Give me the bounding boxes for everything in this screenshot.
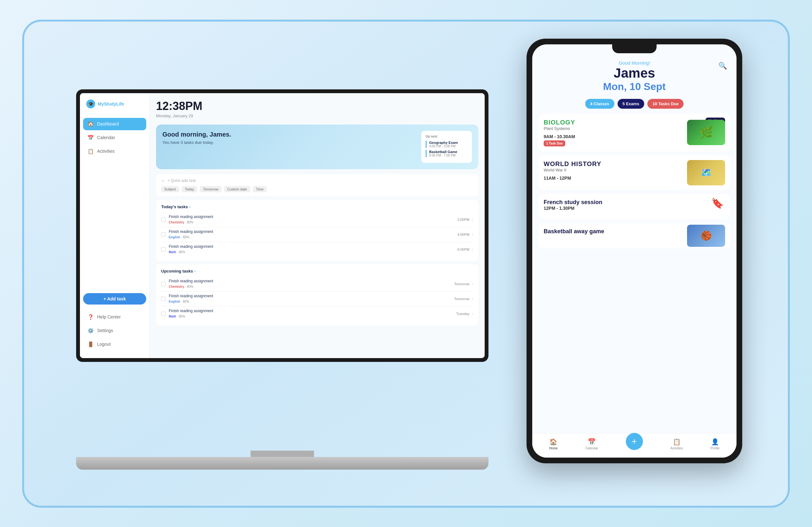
phone-nav-profile[interactable]: 👤 Profile (710, 438, 720, 450)
class-subject-history: WORLD HISTORY (543, 160, 683, 168)
sidebar-activities-label: Activities (97, 149, 115, 154)
task-name-1: Finish reading assignment (169, 214, 458, 219)
class-subject-french: French study session (543, 199, 705, 206)
task-arrow-2[interactable]: › (472, 232, 473, 237)
class-time-biology: 9AM - 10.30AM (543, 134, 683, 139)
sidebar-item-activities[interactable]: 📋 Activities (83, 145, 146, 157)
sidebar-item-settings[interactable]: ⚙️ Settings (83, 325, 146, 337)
class-card-basketball[interactable]: Basketball away game 🏀 (539, 223, 730, 249)
stat-tasks[interactable]: 10 Tasks Due (647, 99, 683, 109)
upcoming-checkbox-1[interactable] (161, 282, 165, 286)
add-task-button[interactable]: + Add task (83, 293, 146, 304)
tag-time[interactable]: Time (253, 186, 267, 192)
phone-name: James (542, 65, 727, 81)
upcoming-arrow-3[interactable]: › (472, 312, 473, 316)
tag-subject[interactable]: Subject (161, 186, 179, 192)
upcoming-progress-1: 80% (187, 285, 193, 288)
search-icon[interactable]: 🔍 (719, 62, 727, 70)
up-next-item-1: Geography Exam 4:00 PM - 5:00 PM (426, 141, 467, 148)
sidebar-logout-label: Logout (97, 342, 111, 347)
table-row: Finish reading assignment Math 80% Tuesd… (161, 306, 473, 321)
class-topic-history: World War II (543, 168, 683, 172)
task-progress-2: 80% (183, 236, 189, 239)
home-icon: 🏠 (88, 121, 94, 127)
laptop-logo: 🎓 MyStudyLife (83, 100, 146, 108)
upcoming-tasks-label: Upcoming tasks (161, 269, 193, 273)
up-next-label: Up next (426, 135, 467, 138)
phone-date: Mon, 10 Sept (542, 81, 727, 92)
tag-today[interactable]: Today (182, 186, 197, 192)
task-info-3: Finish reading assignment Math 80% (169, 244, 458, 255)
upcoming-subject-1: Chemistry (169, 285, 184, 288)
quick-add-tags: Subject Today Tomorrow Custom date Time (161, 186, 473, 192)
phone-notch (612, 44, 656, 53)
tag-tomorrow[interactable]: Tomorrow (200, 186, 221, 192)
class-info-history: WORLD HISTORY World War II 11AM - 12PM (543, 160, 683, 185)
upcoming-checkbox-3[interactable] (161, 312, 165, 316)
class-card-history[interactable]: WORLD HISTORY World War II 11AM - 12PM 🗺… (539, 155, 730, 190)
upcoming-checkbox-2[interactable] (161, 297, 165, 301)
task-checkbox-1[interactable] (161, 217, 165, 222)
welcome-subtitle: You have 3 tasks due today. (162, 140, 231, 145)
phone-nav-calendar-label: Calendar (585, 447, 598, 450)
todays-tasks-label: Today's tasks (161, 205, 188, 209)
sidebar-item-logout[interactable]: 🚪 Logout (83, 338, 146, 350)
class-image-basketball: 🏀 (687, 225, 725, 247)
quick-add-placeholder[interactable]: + Quick add task (168, 178, 196, 183)
phone-device: 🔍 Good Morning! James Mon, 10 Sept 4 Cla… (526, 39, 742, 463)
upcoming-tasks-chevron: › (194, 269, 195, 273)
phone-nav: 🏠 Home 📅 Calendar + 📋 Activities (532, 433, 737, 457)
quick-add-input-row: ＋ + Quick add task (161, 178, 473, 183)
upcoming-when-3: Tuesday (456, 312, 472, 316)
laptop-screen-inner: 🎓 MyStudyLife 🏠 Dashboard 📅 Calendar (80, 93, 485, 358)
table-row: Finish reading assignment English 80% 4:… (161, 227, 473, 242)
activities-nav-icon: 📋 (673, 438, 681, 446)
upcoming-info-2: Finish reading assignment English 80% (169, 294, 454, 304)
stat-exams[interactable]: 5 Exams (618, 99, 644, 109)
logo-icon: 🎓 (86, 100, 95, 108)
welcome-greeting: Good morning, James. (162, 131, 231, 138)
upcoming-arrow-1[interactable]: › (472, 282, 473, 286)
plus-icon: ＋ (161, 178, 165, 183)
sidebar-item-dashboard[interactable]: 🏠 Dashboard (83, 118, 146, 130)
phone-nav-calendar[interactable]: 📅 Calendar (585, 438, 598, 450)
class-card-french[interactable]: French study session 12PM - 1.30PM 🔖 (539, 194, 730, 219)
calendar-icon: 📅 (88, 135, 94, 141)
phone-nav-activities[interactable]: 📋 Activities (670, 438, 683, 450)
task-checkbox-2[interactable] (161, 232, 165, 237)
task-arrow-3[interactable]: › (472, 247, 473, 252)
phone-nav-profile-label: Profile (710, 447, 720, 450)
sidebar-item-help[interactable]: ❓ Help Center (83, 311, 146, 323)
table-row: Finish reading assignment Chemistry 80% … (161, 277, 473, 291)
class-subject-basketball: Basketball away game (543, 228, 683, 235)
quick-add-section: ＋ + Quick add task Subject Today Tomorro… (156, 174, 478, 196)
class-image-history: 🗺️ (687, 160, 725, 185)
upcoming-arrow-2[interactable]: › (472, 297, 473, 301)
class-time-history: 11AM - 12PM (543, 176, 683, 181)
upcoming-subject-2: English (169, 300, 180, 303)
task-time-2: 4:00PM (458, 232, 472, 237)
profile-nav-icon: 👤 (711, 438, 719, 446)
settings-icon: ⚙️ (88, 328, 94, 334)
upcoming-name-3: Finish reading assignment (169, 308, 456, 313)
stat-classes[interactable]: 4 Classes (585, 99, 614, 109)
phone-nav-home[interactable]: 🏠 Home (549, 438, 557, 450)
task-name-2: Finish reading assignment (169, 229, 458, 234)
table-row: Finish reading assignment Math 80% 6:00P… (161, 242, 473, 257)
phone-stats: 4 Classes 5 Exams 10 Tasks Due (532, 99, 737, 114)
tag-custom-date[interactable]: Custom date (224, 186, 250, 192)
upcoming-when-1: Tomorrow (454, 282, 472, 286)
calendar-nav-icon: 📅 (588, 438, 596, 446)
class-card-biology[interactable]: Up Next BIOLOGY Plant Systems 9AM - 10.3… (539, 114, 730, 151)
task-checkbox-3[interactable] (161, 247, 165, 252)
laptop-base (76, 457, 489, 470)
activities-icon: 📋 (88, 148, 94, 154)
sidebar-help-label: Help Center (97, 314, 121, 319)
sidebar-item-calendar[interactable]: 📅 Calendar (83, 132, 146, 144)
phone-nav-add-button[interactable]: + (626, 433, 643, 450)
task-arrow-1[interactable]: › (472, 217, 473, 222)
laptop-main: 12:38PM Monday, January 29 Good morning,… (150, 93, 485, 358)
laptop-sidebar: 🎓 MyStudyLife 🏠 Dashboard 📅 Calendar (80, 93, 150, 358)
welcome-card: Good morning, James. You have 3 tasks du… (156, 124, 478, 169)
help-icon: ❓ (88, 314, 94, 320)
